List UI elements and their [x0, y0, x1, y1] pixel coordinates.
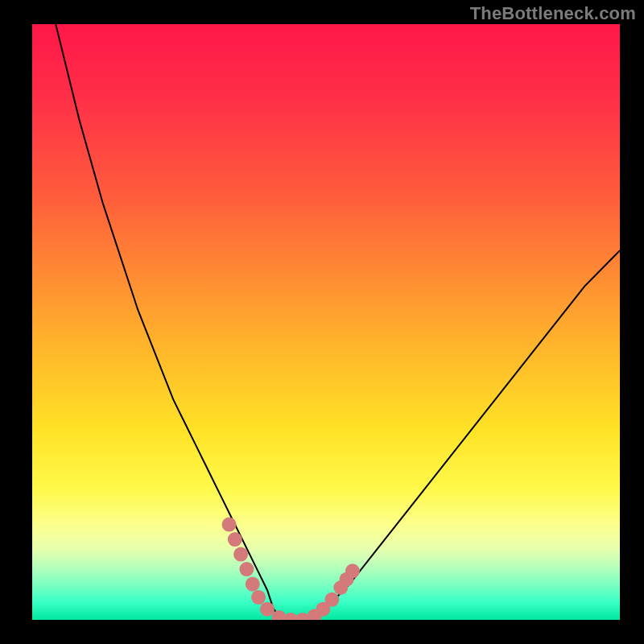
bottleneck-curve — [56, 24, 620, 620]
chart-frame: TheBottleneck.com — [0, 0, 644, 644]
chart-svg — [32, 24, 620, 620]
valley-marker — [324, 592, 339, 607]
valley-marker — [260, 602, 275, 617]
valley-marker — [228, 532, 242, 547]
valley-marker — [239, 562, 254, 576]
valley-marker — [251, 590, 266, 605]
valley-marker — [345, 564, 360, 578]
watermark: TheBottleneck.com — [470, 3, 636, 24]
valley-markers — [222, 518, 360, 620]
valley-marker — [233, 547, 248, 562]
valley-marker — [222, 518, 237, 532]
valley-marker — [246, 577, 260, 592]
